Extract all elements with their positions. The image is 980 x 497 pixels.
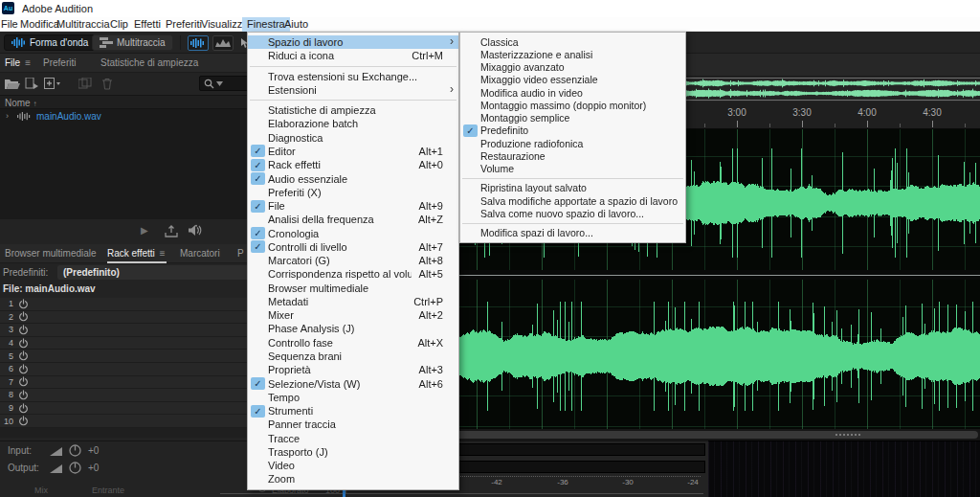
menu-item-panner-traccia[interactable]: Panner traccia <box>248 418 458 431</box>
menu-item-elaborazione-batch[interactable]: Elaborazione batch <box>248 117 458 130</box>
menu-item-label: Spazio di lavoro <box>268 36 453 48</box>
slot-number: 9 <box>0 403 13 413</box>
menu-item-phase-analysis-j[interactable]: Phase Analysis (J) <box>248 322 458 335</box>
menu-item-metadati[interactable]: MetadatiCtrl+P <box>248 295 458 308</box>
menu-item-browser-multimediale[interactable]: Browser multimediale <box>248 282 458 295</box>
menu-item-classica[interactable]: Classica <box>460 35 685 48</box>
menu-item-label: Browser multimediale <box>268 282 453 294</box>
check-gutter <box>463 207 478 219</box>
menu-item-montaggio-massimo-doppio-monitor[interactable]: Montaggio massimo (doppio monitor) <box>460 99 685 111</box>
panel-menu-icon[interactable]: ≡ <box>25 57 31 68</box>
menu-item-mixer[interactable]: MixerAlt+2 <box>248 308 458 322</box>
loop-export-icon[interactable] <box>165 225 179 237</box>
expand-chevron-icon[interactable]: › <box>6 109 9 124</box>
menu-item-masterizzazione-e-analisi[interactable]: Masterizzazione e analisi <box>460 48 685 60</box>
menu-item-file[interactable]: ✓FileAlt+9 <box>248 199 458 213</box>
menu-item-rack-effetti[interactable]: ✓Rack effettiAlt+0 <box>248 158 458 171</box>
show-waveform-icon[interactable] <box>188 35 209 51</box>
output-knob-icon[interactable] <box>69 462 81 474</box>
menu-item-label: Mixer <box>268 309 412 321</box>
menu-item-propriet[interactable]: ProprietàAlt+3 <box>248 363 458 376</box>
play-icon[interactable]: ▶ <box>141 225 148 236</box>
menu-item-produzione-radiofonica[interactable]: Produzione radiofonica <box>460 137 685 149</box>
menu-item-zoom[interactable]: Zoom <box>248 472 458 486</box>
autoplay-speaker-icon[interactable] <box>188 224 203 237</box>
menu-item-salva-modifiche-apportate-a-spazio-di-lavoro[interactable]: Salva modifiche apportate a spazio di la… <box>460 194 685 207</box>
tab-proprieta-truncated[interactable]: P <box>237 244 244 263</box>
tab-statistiche[interactable]: Statistiche di ampiezza <box>100 54 198 73</box>
audio-file-icon <box>17 112 31 121</box>
trash-icon[interactable] <box>101 77 113 94</box>
power-button[interactable] <box>18 311 30 323</box>
title-bar: Au Adobe Audition <box>0 0 980 17</box>
menubar-item-aiuto[interactable]: Aiuto <box>279 17 313 32</box>
menu-item-restaurazione[interactable]: Restaurazione <box>460 149 685 162</box>
menu-item-trova-estensioni-su-exchange[interactable]: Trova estensioni su Exchange... <box>248 70 458 83</box>
menu-item-sequenza-brani[interactable]: Sequenza brani <box>248 350 458 363</box>
output-fader-icon[interactable] <box>50 464 62 473</box>
tab-rack-effetti[interactable]: Rack effetti≡ <box>107 244 166 263</box>
menu-item-mixaggio-avanzato[interactable]: Mixaggio avanzato <box>460 61 685 74</box>
menu-item-editor[interactable]: ✓EditorAlt+1 <box>248 145 458 158</box>
multitrack-view-button[interactable]: Multitraccia <box>92 34 173 51</box>
time-label-3-00: 3:00 <box>727 107 746 118</box>
menu-item-modifica-audio-in-video[interactable]: Modifica audio in video <box>460 86 685 99</box>
menu-item-trasporto-j[interactable]: Trasporto (J) <box>248 445 458 459</box>
power-button[interactable] <box>18 416 30 427</box>
menu-item-spazio-di-lavoro[interactable]: Spazio di lavoro› <box>248 35 458 49</box>
waveform-view-button[interactable]: Forma d'onda <box>4 34 96 51</box>
menu-item-tempo[interactable]: Tempo <box>248 391 458 404</box>
tab-browser-multimediale[interactable]: Browser multimediale <box>5 244 97 263</box>
panel-menu-icon[interactable]: ≡ <box>160 248 166 259</box>
menu-item-riduci-a-icona[interactable]: Riduci a iconaCtrl+M <box>248 49 458 62</box>
power-button[interactable] <box>18 402 30 414</box>
tab-preferiti[interactable]: Preferiti <box>43 54 76 73</box>
menu-item-controllo-fase[interactable]: Controllo faseAlt+X <box>248 336 458 350</box>
import-file-icon[interactable] <box>25 77 39 94</box>
menu-item-modifica-spazi-di-lavoro[interactable]: Modifica spazi di lavoro... <box>460 227 685 239</box>
menu-item-salva-come-nuovo-spazio-di-lavoro[interactable]: Salva come nuovo spazio di lavoro... <box>460 207 685 219</box>
new-item-icon[interactable] <box>44 77 61 94</box>
check-gutter <box>251 104 265 117</box>
menu-item-video[interactable]: Video <box>248 459 458 472</box>
checkmark-icon: ✓ <box>251 240 265 253</box>
menu-item-audio-essenziale[interactable]: ✓Audio essenziale <box>248 171 458 185</box>
menu-item-volume[interactable]: Volume <box>460 163 685 175</box>
menu-item-ripristina-layout-salvato[interactable]: Ripristina layout salvato <box>460 182 685 194</box>
menu-item-controlli-di-livello[interactable]: ✓Controlli di livelloAlt+7 <box>248 240 458 254</box>
input-fader-icon[interactable] <box>50 447 62 456</box>
menu-item-label: Selezione/Vista (W) <box>268 378 412 390</box>
menu-item-estensioni[interactable]: Estensioni› <box>248 83 458 97</box>
power-button[interactable] <box>18 363 30 374</box>
menu-item-label: Tracce <box>268 433 453 444</box>
status-mix-label[interactable]: Mix <box>34 486 48 495</box>
power-button[interactable] <box>18 350 30 362</box>
menu-item-predefinito[interactable]: ✓Predefinito <box>460 124 685 137</box>
menu-item-diagnostica[interactable]: Diagnostica <box>248 131 458 145</box>
power-button[interactable] <box>18 389 30 400</box>
tab-file[interactable]: File≡ <box>5 54 31 73</box>
menu-item-strumenti[interactable]: ✓Strumenti <box>248 404 458 418</box>
slot-number: 8 <box>0 390 13 399</box>
menu-item-preferiti-x[interactable]: Preferiti (X) <box>248 186 458 199</box>
menu-item-cronologia[interactable]: ✓Cronologia <box>248 226 458 239</box>
open-file-icon[interactable] <box>5 77 20 94</box>
menu-item-tracce[interactable]: Tracce <box>248 431 458 444</box>
power-button[interactable] <box>18 298 30 309</box>
power-button[interactable] <box>18 376 30 388</box>
status-entrante-label[interactable]: Entrante <box>92 486 124 495</box>
batch-process-icon[interactable] <box>78 77 93 94</box>
checkmark-icon: ✓ <box>251 172 265 185</box>
menu-item-marcatori-g[interactable]: Marcatori (G)Alt+8 <box>248 254 458 267</box>
menu-item-analisi-della-frequenza[interactable]: Analisi della frequenzaAlt+Z <box>248 213 458 226</box>
menu-item-statistiche-di-ampiezza[interactable]: Statistiche di ampiezza <box>248 103 458 117</box>
input-knob-icon[interactable] <box>69 444 81 457</box>
power-button[interactable] <box>18 337 30 349</box>
menu-item-mixaggio-video-essenziale[interactable]: Mixaggio video essenziale <box>460 74 685 86</box>
menu-item-corrispondenza-rispetto-al-volume[interactable]: Corrispondenza rispetto al volumeAlt+5 <box>248 267 458 281</box>
power-button[interactable] <box>18 324 30 335</box>
menu-item-montaggio-semplice[interactable]: Montaggio semplice <box>460 112 685 124</box>
show-spectral-icon[interactable] <box>212 35 234 51</box>
tab-marcatori[interactable]: Marcatori <box>180 244 220 263</box>
menu-item-selezione-vista-w[interactable]: ✓Selezione/Vista (W)Alt+6 <box>248 376 458 390</box>
